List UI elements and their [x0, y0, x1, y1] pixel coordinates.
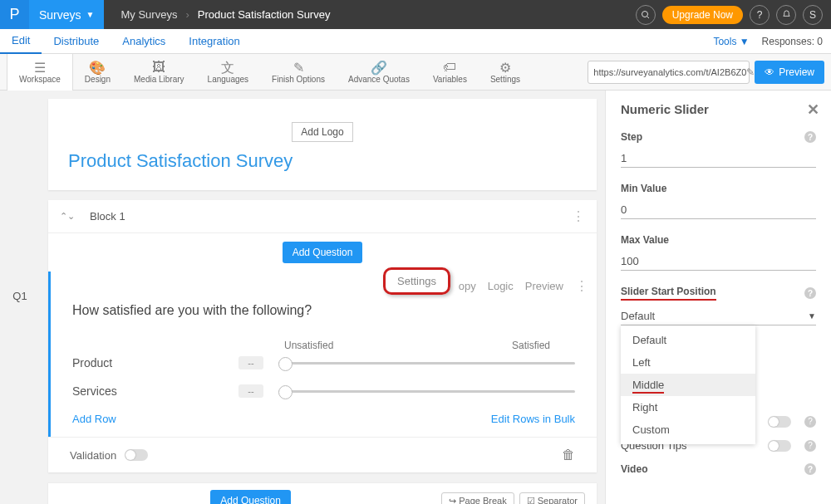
upgrade-button[interactable]: Upgrade Now — [662, 6, 743, 24]
workspace-icon: ☰ — [34, 60, 46, 75]
surveys-label: Surveys — [39, 8, 81, 22]
alternate-colors-toggle[interactable] — [768, 416, 791, 428]
tool-settings[interactable]: ⚙Settings — [479, 54, 532, 91]
user-avatar[interactable]: S — [803, 5, 823, 25]
pencil-icon[interactable]: ✎ — [746, 66, 755, 78]
tab-edit[interactable]: Edit — [0, 29, 42, 54]
question-number: Q1 — [0, 91, 40, 504]
question-tips-toggle[interactable] — [768, 440, 791, 452]
svg-line-1 — [647, 16, 649, 18]
survey-url-text: https://surveyanalytics.com/t/AI2B6Z0 — [593, 67, 746, 77]
help-icon[interactable]: ? — [804, 463, 816, 475]
slider-product[interactable] — [278, 362, 575, 365]
block-label: Block 1 — [90, 210, 125, 223]
option-custom[interactable]: Custom — [621, 418, 755, 441]
tab-analytics[interactable]: Analytics — [111, 29, 177, 54]
responses-count: Responses: 0 — [762, 36, 823, 47]
survey-url-input[interactable]: https://surveyanalytics.com/t/AI2B6Z0 ✎ — [588, 61, 750, 84]
survey-title[interactable]: Product Satisfaction Survey — [68, 150, 577, 172]
start-position-select[interactable]: Default▼ — [621, 307, 816, 325]
add-logo-button[interactable]: Add Logo — [292, 122, 352, 142]
tool-quotas[interactable]: 🔗Advance Quotas — [337, 54, 421, 91]
gear-icon: ⚙ — [499, 60, 511, 75]
scale-label-left: Unsatisfied — [284, 340, 333, 351]
start-position-label: Slider Start Position — [621, 286, 716, 301]
matrix-row-label[interactable]: Product — [72, 356, 238, 369]
add-question-button-bottom[interactable]: Add Question — [210, 490, 291, 504]
eye-icon: 👁 — [765, 66, 774, 78]
min-label: Min Value — [621, 183, 666, 194]
max-label: Max Value — [621, 234, 669, 246]
tools-dropdown[interactable]: Tools ▼ — [713, 36, 749, 47]
na-toggle[interactable]: -- — [238, 384, 263, 398]
tool-variables[interactable]: 🏷Variables — [421, 54, 479, 91]
validation-label: Validation — [70, 449, 116, 462]
option-left[interactable]: Left — [621, 351, 755, 374]
option-right[interactable]: Right — [621, 396, 755, 418]
na-toggle[interactable]: -- — [238, 356, 263, 369]
surveys-dropdown[interactable]: Surveys ▼ — [29, 0, 104, 29]
option-default[interactable]: Default — [621, 329, 755, 351]
question-menu-icon[interactable]: ⋮ — [575, 278, 588, 294]
add-question-button-top[interactable]: Add Question — [283, 242, 363, 263]
languages-icon: 文 — [221, 60, 234, 75]
option-middle[interactable]: Middle — [621, 374, 755, 396]
video-label: Video — [621, 463, 647, 475]
svg-point-0 — [642, 11, 647, 17]
validation-toggle[interactable] — [125, 449, 148, 461]
preview-button[interactable]: 👁 Preview — [755, 61, 824, 84]
block-menu-icon[interactable]: ⋮ — [572, 208, 585, 224]
help-icon[interactable]: ? — [804, 287, 816, 299]
question-text[interactable]: How satisfied are you with the following… — [72, 303, 575, 318]
quotas-icon: 🔗 — [371, 60, 387, 75]
scale-label-right: Satisfied — [512, 340, 550, 351]
close-icon[interactable]: ✕ — [807, 100, 819, 119]
breadcrumb: My Surveys › Product Satisfaction Survey — [104, 8, 347, 21]
panel-title: Numeric Slider — [621, 102, 816, 116]
help-icon[interactable]: ? — [804, 131, 816, 143]
tool-media[interactable]: 🖼Media Library — [122, 54, 196, 91]
search-icon[interactable] — [636, 5, 656, 25]
question-preview[interactable]: Preview — [525, 280, 563, 292]
caret-down-icon: ▼ — [86, 10, 95, 19]
tool-workspace[interactable]: ☰Workspace — [7, 54, 73, 91]
separator-button[interactable]: ☑ Separator — [519, 492, 585, 505]
page-break-button[interactable]: ↪ Page Break — [441, 492, 514, 505]
finish-icon: ✎ — [293, 60, 304, 75]
step-label: Step — [621, 131, 642, 143]
collapse-icon[interactable]: ⌃⌄ — [60, 211, 75, 222]
question-copy[interactable]: opy — [459, 280, 476, 292]
design-icon: 🎨 — [89, 60, 106, 75]
help-icon[interactable]: ? — [804, 416, 816, 428]
add-row-link[interactable]: Add Row — [72, 413, 116, 425]
tool-finish[interactable]: ✎Finish Options — [260, 54, 337, 91]
step-input[interactable] — [621, 149, 816, 168]
slider-services[interactable] — [278, 390, 575, 393]
variables-icon: 🏷 — [443, 60, 456, 75]
tool-design[interactable]: 🎨Design — [73, 54, 122, 91]
start-position-menu: Default Left Middle Right Custom — [621, 325, 755, 444]
tool-languages[interactable]: 文Languages — [196, 54, 261, 91]
max-input[interactable] — [621, 252, 816, 271]
help-icon[interactable]: ? — [804, 440, 816, 452]
app-logo[interactable]: P — [0, 0, 29, 29]
tab-distribute[interactable]: Distribute — [42, 29, 111, 54]
trash-icon[interactable]: 🗑 — [562, 448, 575, 462]
matrix-row-label[interactable]: Services — [72, 384, 238, 398]
min-input[interactable] — [621, 201, 816, 219]
tab-integration[interactable]: Integration — [177, 29, 251, 54]
edit-rows-link[interactable]: Edit Rows in Bulk — [491, 413, 575, 425]
media-icon: 🖼 — [152, 60, 165, 75]
breadcrumb-my-surveys[interactable]: My Surveys — [112, 8, 185, 21]
caret-down-icon: ▼ — [808, 311, 816, 321]
breadcrumb-current: Product Satisfaction Survey — [189, 8, 339, 21]
question-logic[interactable]: Logic — [488, 280, 514, 292]
help-icon[interactable]: ? — [750, 5, 770, 25]
bell-icon[interactable] — [776, 5, 796, 25]
